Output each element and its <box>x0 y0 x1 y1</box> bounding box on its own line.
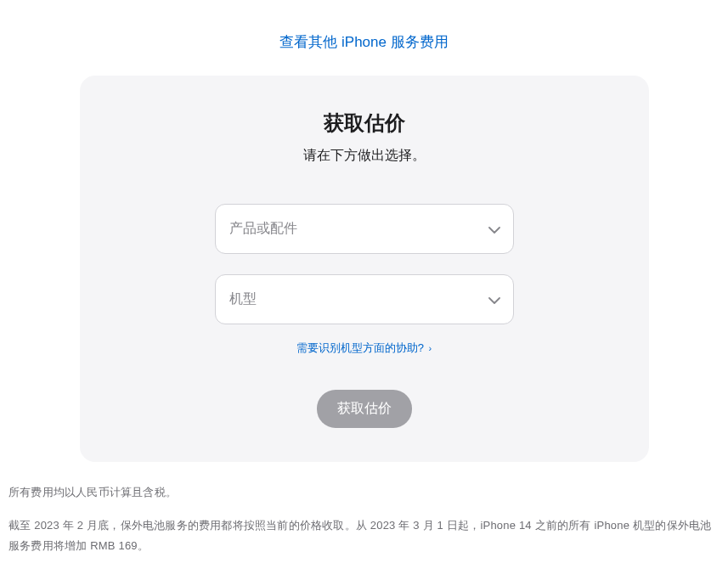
card-subtitle: 请在下方做出选择。 <box>114 147 615 165</box>
estimate-card: 获取估价 请在下方做出选择。 产品或配件 机型 需要识别机型方面的协助? › 获… <box>80 76 649 462</box>
model-select-wrapper: 机型 <box>215 274 514 324</box>
footer-line-2: 截至 2023 年 2 月底，保外电池服务的费用都将按照当前的价格收取。从 20… <box>8 515 720 557</box>
footer-line-1: 所有费用均以人民币计算且含税。 <box>8 482 720 504</box>
top-link-container: 查看其他 iPhone 服务费用 <box>0 0 728 76</box>
view-other-services-link[interactable]: 查看其他 iPhone 服务费用 <box>279 34 448 50</box>
help-link-label: 需要识别机型方面的协助? <box>296 341 424 354</box>
product-select[interactable]: 产品或配件 <box>215 204 514 254</box>
chevron-right-icon: › <box>429 343 432 353</box>
identify-model-help-link[interactable]: 需要识别机型方面的协助? › <box>296 341 432 354</box>
footer-text: 所有费用均以人民币计算且含税。 截至 2023 年 2 月底，保外电池服务的费用… <box>0 462 728 557</box>
footer-section: 所有费用均以人民币计算且含税。 截至 2023 年 2 月底，保外电池服务的费用… <box>0 462 728 557</box>
model-select[interactable]: 机型 <box>215 274 514 324</box>
product-select-wrapper: 产品或配件 <box>215 204 514 254</box>
get-estimate-button[interactable]: 获取估价 <box>317 390 412 428</box>
help-link-container: 需要识别机型方面的协助? › <box>114 340 615 356</box>
card-title: 获取估价 <box>114 110 615 137</box>
